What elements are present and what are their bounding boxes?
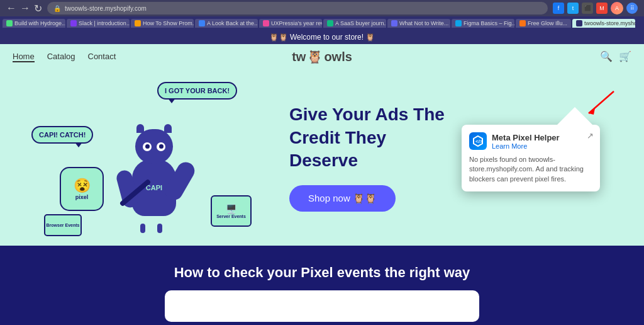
announcement-bar: 🦉🦉 Welcome to our store! 🦉 <box>0 30 644 44</box>
speech-bubble-1: I GOT YOUR BACK! <box>157 82 237 100</box>
tab-7[interactable]: Figma Basics – Fig... <box>452 19 514 28</box>
tab-favicon-6 <box>391 20 397 26</box>
pixel-creature-body: 😵 pixel <box>60 167 104 211</box>
pixel-helper-popup: </> Meta Pixel Helper Learn More ↗ No pi… <box>462 125 600 191</box>
popup-title: Meta Pixel Helper <box>492 133 560 142</box>
meta-pixel-logo: </> <box>469 132 487 150</box>
hero-section: I GOT YOUR BACK! CAPI! CATCH! 😵 pixel <box>0 69 644 246</box>
shop-now-label: Shop now 🦉🦉 <box>308 193 377 204</box>
user-avatar[interactable]: A <box>611 2 623 14</box>
browser-events-label: Browser Events <box>47 223 80 227</box>
logo-text-owls: owls <box>324 50 352 64</box>
tab-8[interactable]: Free Glow Illu... <box>516 19 571 28</box>
tab-favicon-5 <box>327 20 333 26</box>
announcement-text: 🦉🦉 Welcome to our store! 🦉 <box>269 33 375 42</box>
popup-external-link-icon[interactable]: ↗ <box>587 131 594 140</box>
owl-torso-label: CAPI <box>146 184 162 191</box>
logo-owl-icon: 🦉 <box>307 49 323 64</box>
cart-icon[interactable]: 🛒 <box>619 50 631 63</box>
tab-2[interactable]: How To Show Prom... <box>131 19 194 28</box>
meta-pixel-ext-icon[interactable]: M <box>596 3 608 14</box>
popup-learn-more[interactable]: Learn More <box>492 142 560 150</box>
tab-favicon-1 <box>70 20 77 26</box>
twitter-ext-icon[interactable]: t <box>567 3 579 14</box>
site-logo: tw 🦉 owls <box>292 49 352 64</box>
site-header: Home Catalog Contact tw 🦉 owls 🔍 🛒 <box>0 44 644 69</box>
tab-0[interactable]: Build with Hydroge... <box>3 19 65 28</box>
server-label: Server Events <box>216 214 246 219</box>
tab-favicon-8 <box>519 20 526 26</box>
nav-catalog[interactable]: Catalog <box>47 52 75 62</box>
owl-eye-left <box>143 142 152 151</box>
tab-1[interactable]: Slack | introduction... <box>67 19 130 28</box>
tab-favicon-0 <box>6 20 13 26</box>
browser-toolbar: ← → ↻ 🔒 twoowls-store.myshopify.com f t … <box>0 0 644 16</box>
tab-4[interactable]: UXPressia's year rev... <box>259 19 322 28</box>
section-title: How to check your Pixel events the right… <box>13 265 631 281</box>
tab-9-active[interactable]: twoowls-store.myshopify.com <box>572 19 635 28</box>
tab-favicon-3 <box>199 20 205 26</box>
owl-leg-right <box>157 224 162 233</box>
speech-bubble-2: CAPI! CATCH! <box>31 126 93 144</box>
svg-text:</>: </> <box>475 139 483 144</box>
tab-6[interactable]: What Not to Write... <box>387 19 450 28</box>
forward-button[interactable]: → <box>20 3 30 14</box>
browser-events-box: Browser Events <box>44 214 82 236</box>
owl-eyes <box>143 142 165 151</box>
url-text: twoowls-store.myshopify.com <box>65 5 147 12</box>
lock-icon: 🔒 <box>53 5 61 12</box>
tab-5[interactable]: A SaaS buyer journ... <box>323 19 386 28</box>
extensions-icon[interactable]: ⬛ <box>582 3 593 14</box>
pixel-creature-label: pixel <box>75 194 89 200</box>
main-nav: Home Catalog Contact <box>13 52 116 62</box>
back-button[interactable]: ← <box>6 3 16 14</box>
server-icon: 🖥️ <box>226 204 236 214</box>
owl-leg-left <box>140 224 145 233</box>
popup-body-text: No pixels found on twoowls-store.myshopi… <box>469 155 592 184</box>
owl-head <box>135 129 173 164</box>
apps-icon[interactable]: ⠿ <box>626 3 638 14</box>
svg-line-3 <box>589 91 614 113</box>
shop-now-button[interactable]: Shop now 🦉🦉 <box>289 185 396 212</box>
owl-pupil-left <box>145 144 150 149</box>
popup-title-wrap: Meta Pixel Helper Learn More <box>492 133 560 150</box>
hero-illustration: I GOT YOUR BACK! CAPI! CATCH! 😵 pixel <box>25 76 264 239</box>
pixel-creature-face: 😵 <box>74 178 91 194</box>
owl-pupil-right <box>159 144 164 149</box>
search-header-icon[interactable]: 🔍 <box>600 50 613 63</box>
reload-button[interactable]: ↻ <box>34 3 42 14</box>
svg-marker-4 <box>589 108 595 115</box>
tab-3[interactable]: A Look Back at the... <box>195 19 258 28</box>
logo-text-two: tw <box>292 50 306 64</box>
tabs-bar: Build with Hydroge... Slack | introducti… <box>0 16 644 30</box>
tab-favicon-7 <box>455 20 462 26</box>
tab-favicon-2 <box>135 20 141 26</box>
nav-controls: ← → ↻ <box>6 3 42 14</box>
address-bar[interactable]: 🔒 twoowls-store.myshopify.com <box>47 2 548 14</box>
nav-contact[interactable]: Contact <box>88 52 116 62</box>
meta-logo-svg: </> <box>472 135 484 147</box>
owl-character: CAPI <box>123 129 186 230</box>
owl-eye-right <box>157 142 165 151</box>
popup-header: </> Meta Pixel Helper Learn More ↗ <box>469 132 592 150</box>
toolbar-right: f t ⬛ M A ⠿ <box>553 2 638 14</box>
section-card <box>165 290 479 322</box>
header-right: 🔍 🛒 <box>600 50 631 63</box>
facebook-ext-icon[interactable]: f <box>553 3 564 14</box>
red-arrow-indicator <box>576 88 620 120</box>
below-hero-section: How to check your Pixel events the right… <box>0 246 644 325</box>
nav-home[interactable]: Home <box>13 52 35 62</box>
tab-favicon-4 <box>263 20 269 26</box>
server-box: 🖥️ Server Events <box>211 195 252 227</box>
tab-favicon-9 <box>576 20 582 26</box>
